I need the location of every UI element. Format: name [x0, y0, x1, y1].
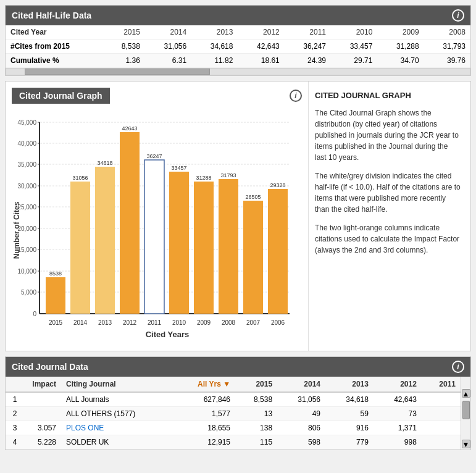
plos-one-link[interactable]: PLOS ONE — [66, 424, 104, 432]
cell-value: 34,618 — [191, 40, 238, 54]
cell-value: 31,793 — [424, 40, 470, 54]
bar-2015 — [46, 277, 65, 314]
col-2014: 2014 — [145, 25, 191, 40]
svg-text:10,000: 10,000 — [17, 268, 36, 275]
svg-text:2013: 2013 — [98, 319, 112, 326]
halflife-scrollbar[interactable] — [6, 68, 470, 75]
svg-text:15,000: 15,000 — [17, 246, 36, 253]
cell-value — [422, 407, 461, 421]
th-journal: Citing Journal — [61, 377, 172, 392]
cell-value: 34,618 — [325, 392, 374, 407]
table-row: Cumulative %1.366.3111.8218.6124.3929.71… — [6, 54, 470, 68]
scroll-down-arrow[interactable]: ▼ — [462, 440, 470, 448]
col-cited-year: Cited Year — [6, 25, 104, 40]
svg-text:31056: 31056 — [72, 175, 88, 181]
cell-value: 34.70 — [377, 54, 424, 68]
cited-journal-data-section: Cited Journal Data i Impact Citing Journ… — [5, 356, 471, 450]
cell-value: 779 — [325, 435, 374, 450]
svg-text:2008: 2008 — [222, 319, 236, 326]
halflife-header-row: Cited Year 2015 2014 2013 2012 2011 2010… — [6, 25, 470, 40]
cell-value — [24, 392, 61, 407]
th-2012: 2012 — [374, 377, 422, 392]
scrollbar-vertical[interactable]: ▲ ▼ — [461, 377, 470, 450]
chart-svg-wrapper: Number of Cites 45,000 40,000 — [12, 110, 302, 345]
cell-value: 73 — [374, 407, 422, 421]
col-2015: 2015 — [104, 25, 145, 40]
halflife-table-scroll: Cited Year 2015 2014 2013 2012 2011 2010… — [6, 25, 470, 68]
cell-value: 1.36 — [104, 54, 145, 68]
cited-journal-table: Impact Citing Journal All Yrs ▼ 2015 201… — [6, 377, 461, 450]
chart-header: Cited Journal Graph i — [12, 88, 302, 104]
cited-journal-data-header: Cited Journal Data i — [6, 357, 470, 377]
table-row: #Cites from 20158,53831,05634,61842,6433… — [6, 40, 470, 54]
cell-value: 36,247 — [285, 40, 331, 54]
cell-value: 2 — [6, 407, 24, 421]
cell-value: 11.82 — [191, 54, 238, 68]
svg-text:2011: 2011 — [148, 319, 162, 326]
cell-value: 4 — [6, 435, 24, 450]
cited-journal-table-scroll: Impact Citing Journal All Yrs ▼ 2015 201… — [6, 377, 461, 450]
bar-2008 — [219, 179, 238, 314]
halflife-info-icon[interactable]: i — [452, 9, 464, 22]
cell-value: 42,643 — [374, 392, 422, 407]
cited-journal-data-info-icon[interactable]: i — [452, 361, 464, 373]
chart-right: CITED JOURNAL GRAPH The Cited Journal Gr… — [308, 82, 470, 351]
all-yrs-sort[interactable]: All Yrs ▼ — [198, 380, 230, 388]
cited-journal-data-title: Cited Journal Data — [12, 362, 88, 372]
col-2013: 2013 — [191, 25, 238, 40]
halflife-header: Cited Half-Life Data i — [6, 6, 470, 25]
cell-value: 998 — [374, 435, 422, 450]
cell-value: 59 — [325, 407, 374, 421]
halflife-title: Cited Half-Life Data — [12, 10, 91, 20]
chart-section: Cited Journal Graph i Number of Cites — [5, 81, 471, 351]
svg-text:42643: 42643 — [122, 125, 137, 132]
cell-value: 18,655 — [172, 421, 235, 435]
cell-value — [24, 407, 61, 421]
th-impact: Impact — [24, 377, 61, 392]
cell-value — [422, 392, 461, 407]
cell-value — [422, 421, 461, 435]
chart-title: Cited Journal Graph — [12, 88, 110, 104]
th-2011: 2011 — [422, 377, 461, 392]
svg-text:2009: 2009 — [197, 319, 211, 326]
cell-value: 12,915 — [172, 435, 235, 450]
cell-value — [422, 435, 461, 450]
th-allyrs[interactable]: All Yrs ▼ — [172, 377, 235, 392]
cell-value: 31,056 — [277, 392, 325, 407]
cell-value: 18.61 — [238, 54, 284, 68]
cited-journal-header-row: Impact Citing Journal All Yrs ▼ 2015 201… — [6, 377, 461, 392]
table-row: 1ALL Journals627,8468,53831,05634,61842,… — [6, 392, 461, 407]
svg-text:40,000: 40,000 — [17, 140, 36, 147]
cell-value: 24.39 — [285, 54, 331, 68]
chart-desc-3: The two light-orange columns indicate ci… — [315, 222, 461, 256]
bar-2012 — [120, 132, 140, 314]
bar-2010 — [169, 172, 189, 314]
cell-value: 8,538 — [235, 392, 277, 407]
table-row: 2ALL OTHERS (1577)1,57713495973 — [6, 407, 461, 421]
cited-journal-data-container: Impact Citing Journal All Yrs ▼ 2015 201… — [6, 377, 470, 450]
scroll-up-arrow[interactable]: ▲ — [462, 389, 470, 398]
th-2015: 2015 — [235, 377, 277, 392]
halflife-scroll-thumb[interactable] — [25, 69, 210, 75]
cell-value: 8,538 — [104, 40, 145, 54]
svg-text:20,000: 20,000 — [17, 225, 36, 232]
cell-value: ALL Journals — [61, 392, 172, 407]
bar-2009 — [194, 182, 214, 314]
cell-value: ALL OTHERS (1577) — [61, 407, 172, 421]
svg-text:Cited Years: Cited Years — [146, 330, 190, 339]
scroll-handle[interactable] — [462, 401, 470, 419]
cell-value: 1,371 — [374, 421, 422, 435]
svg-text:2006: 2006 — [271, 319, 285, 326]
col-2009: 2009 — [377, 25, 424, 40]
cell-value: 627,846 — [172, 392, 235, 407]
cell-value: 138 — [235, 421, 277, 435]
chart-info-icon[interactable]: i — [290, 90, 302, 102]
chart-left: Cited Journal Graph i Number of Cites — [6, 82, 308, 351]
svg-text:30,000: 30,000 — [17, 183, 36, 190]
chart-desc-1: The Cited Journal Graph shows the distri… — [315, 107, 461, 163]
cell-value: 42,643 — [238, 40, 284, 54]
cell-value: 3.057 — [24, 421, 61, 435]
col-2012: 2012 — [238, 25, 284, 40]
svg-text:2014: 2014 — [73, 319, 88, 326]
svg-text:35,000: 35,000 — [17, 161, 36, 168]
